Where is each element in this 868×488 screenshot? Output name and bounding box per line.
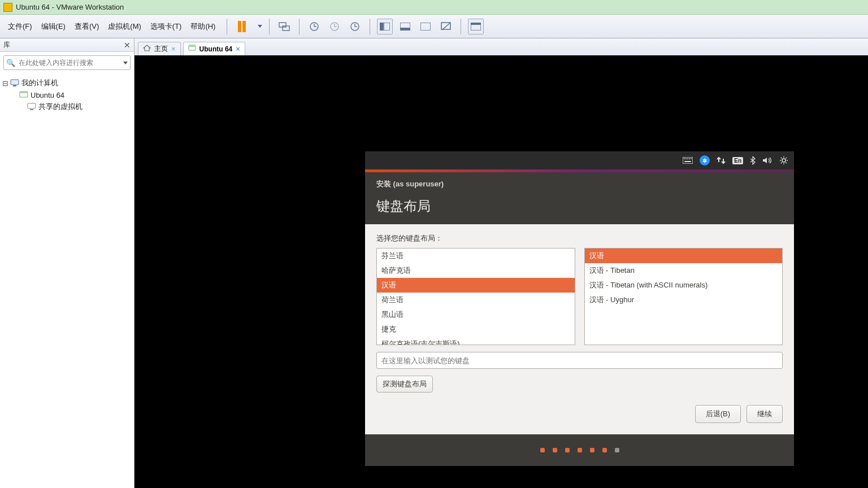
tab-home-close-icon[interactable]: × (171, 45, 176, 53)
menu-edit[interactable]: 编辑(E) (37, 19, 70, 34)
menu-tabs[interactable]: 选项卡(T) (146, 19, 186, 34)
sidebar-close-icon[interactable]: ✕ (124, 41, 131, 50)
lang-indicator[interactable]: En (732, 157, 743, 164)
tree-vm-label: Ubuntu 64 (31, 91, 64, 99)
svg-line-11 (442, 23, 450, 30)
svg-rect-17 (20, 91, 28, 93)
layout-item[interactable]: 汉语 (377, 278, 575, 293)
variant-item[interactable]: 汉语 - Tibetan (585, 263, 783, 278)
tree-root-label: 我的计算机 (21, 78, 58, 88)
collapse-icon[interactable]: ⊟ (2, 79, 8, 88)
snapshot-manage-icon[interactable] (347, 19, 363, 34)
tree-vm-ubuntu64[interactable]: Ubuntu 64 (1, 89, 133, 101)
view-stretch-icon[interactable] (418, 19, 433, 34)
installer-header: 安装 (as superuser) 键盘布局 (365, 172, 794, 224)
sidebar-search[interactable]: 🔍 (3, 55, 131, 70)
detect-layout-button[interactable]: 探测键盘布局 (376, 376, 433, 393)
tab-ubuntu-close-icon[interactable]: × (236, 45, 240, 53)
svg-rect-15 (13, 85, 16, 86)
library-sidebar: 库 ✕ 🔍 ⊟ 我的计算机 Ubuntu 64 ⊟ (0, 38, 134, 488)
shared-icon (27, 102, 36, 111)
vmware-app-icon (3, 3, 12, 12)
step-dot (540, 448, 545, 452)
tree-shared-vms[interactable]: ⊟ 共享的虚拟机 (1, 101, 133, 113)
network-icon[interactable] (717, 156, 726, 164)
layout-item[interactable]: 黑山语 (377, 307, 575, 322)
toolbar-separator (269, 19, 270, 34)
keyboard-test-input[interactable] (376, 352, 783, 369)
view-unity-icon[interactable] (438, 19, 454, 34)
snapshot-take-icon[interactable] (306, 19, 322, 34)
back-button[interactable]: 后退(B) (695, 405, 741, 423)
content-area: 主页 × Ubuntu 64 × ✲ (134, 38, 868, 488)
step-dot (578, 448, 582, 452)
toolbar-separator (299, 19, 300, 34)
vm-tab-icon (188, 45, 196, 53)
layout-item[interactable]: 荷兰语 (377, 293, 575, 307)
installer-title: 键盘布局 (376, 197, 783, 215)
keyboard-indicator-icon[interactable] (683, 157, 693, 164)
step-dot (590, 448, 594, 452)
send-ctrl-alt-del-icon[interactable] (276, 19, 292, 34)
home-icon (143, 45, 151, 53)
toolbar-separator (461, 19, 461, 34)
keyboard-variant-list[interactable]: 汉语汉语 - Tibetan汉语 - Tibetan (with ASCII n… (584, 248, 783, 345)
variant-item[interactable]: 汉语 (585, 249, 783, 263)
step-dot (553, 448, 557, 452)
menu-file[interactable]: 文件(F) (3, 19, 37, 34)
view-thumbnail-icon[interactable] (468, 19, 484, 34)
accessibility-icon[interactable]: ✲ (700, 155, 710, 165)
svg-rect-22 (683, 157, 693, 164)
svg-point-29 (782, 159, 785, 162)
gear-icon[interactable] (779, 156, 788, 165)
menu-vm[interactable]: 虚拟机(M) (103, 19, 146, 34)
variant-item[interactable]: 汉语 - Tibetan (with ASCII numerals) (585, 278, 783, 293)
view-fullscreen-bottom-icon[interactable] (397, 19, 413, 34)
svg-rect-18 (28, 103, 36, 108)
svg-rect-9 (420, 23, 431, 30)
computer-icon (10, 79, 19, 88)
step-dot (565, 448, 570, 452)
tab-ubuntu-label: Ubuntu 64 (199, 45, 233, 53)
step-dot (602, 448, 607, 452)
svg-rect-21 (189, 45, 196, 47)
titlebar: Ubuntu 64 - VMware Workstation (0, 0, 868, 15)
layout-item[interactable]: 柯尔克孜语(吉尔吉斯语) (377, 337, 575, 345)
menu-help[interactable]: 帮助(H) (186, 19, 220, 34)
tab-ubuntu64[interactable]: Ubuntu 64 × (183, 42, 245, 55)
vm-display[interactable]: ✲ En 安装 (as s (134, 55, 868, 488)
sidebar-header: 库 ✕ (0, 38, 134, 52)
tab-home-label: 主页 (154, 44, 168, 54)
ubuntu-installer-window: ✲ En 安装 (as s (365, 151, 794, 466)
pause-button[interactable] (234, 19, 250, 34)
tree-shared-label: 共享的虚拟机 (38, 102, 83, 112)
svg-rect-19 (30, 109, 33, 110)
layout-item[interactable]: 芬兰语 (377, 249, 575, 263)
power-dropdown[interactable] (258, 25, 262, 28)
sidebar-title: 库 (3, 40, 10, 50)
continue-button[interactable]: 继续 (747, 405, 783, 423)
bluetooth-icon[interactable] (750, 156, 756, 165)
menu-view[interactable]: 查看(V) (70, 19, 103, 34)
step-dot (615, 448, 619, 452)
library-tree: ⊟ 我的计算机 Ubuntu 64 ⊟ 共享的虚拟机 (0, 73, 134, 116)
installer-progress-dots (365, 434, 794, 466)
svg-rect-5 (380, 23, 383, 30)
keyboard-layout-list[interactable]: 芬兰语哈萨克语汉语荷兰语黑山语捷克柯尔克孜语(吉尔吉斯语) (376, 248, 575, 345)
search-input[interactable] (16, 59, 123, 67)
content-tabs: 主页 × Ubuntu 64 × (134, 38, 868, 55)
search-dropdown-icon[interactable] (123, 62, 128, 64)
layout-item[interactable]: 捷克 (377, 322, 575, 337)
search-icon: 🔍 (6, 59, 15, 67)
variant-item[interactable]: 汉语 - Uyghur (585, 293, 783, 307)
layout-item[interactable]: 哈萨克语 (377, 263, 575, 278)
tab-home[interactable]: 主页 × (138, 42, 181, 55)
svg-rect-6 (384, 23, 390, 30)
toolbar-separator (370, 19, 370, 34)
tree-root-my-computer[interactable]: ⊟ 我的计算机 (1, 77, 133, 89)
vm-icon (19, 90, 28, 99)
snapshot-revert-icon[interactable] (327, 19, 342, 34)
view-console-icon[interactable] (377, 19, 393, 34)
menubar: 文件(F) 编辑(E) 查看(V) 虚拟机(M) 选项卡(T) 帮助(H) (0, 15, 868, 38)
volume-icon[interactable] (762, 156, 772, 164)
